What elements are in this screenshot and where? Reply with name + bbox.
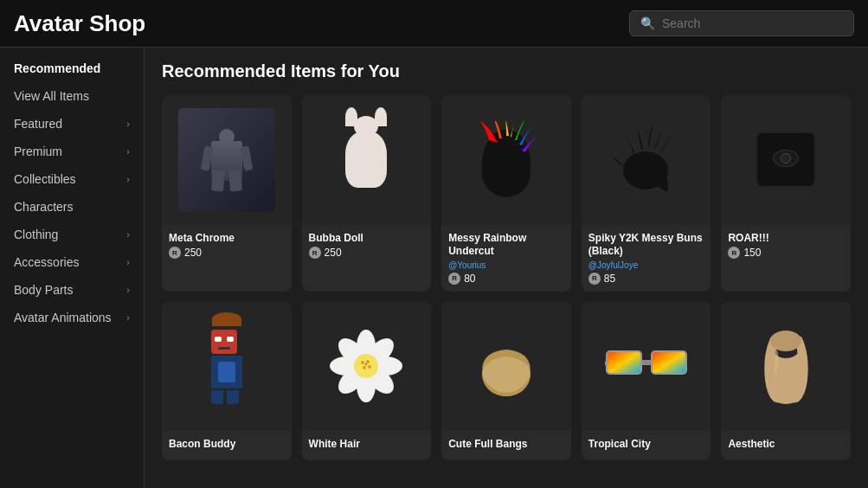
sidebar-item-label: Collectibles bbox=[14, 172, 76, 186]
price-value: 150 bbox=[743, 247, 761, 259]
sidebar-item-label: Avatar Animations bbox=[14, 311, 112, 324]
item-card-meta-chrome[interactable]: Meta Chrome R 250 bbox=[162, 95, 292, 292]
sidebar-item-label: Body Parts bbox=[14, 283, 73, 297]
item-creator: @JoyfulJoye bbox=[588, 260, 704, 270]
sidebar-item-label: View All Items bbox=[14, 89, 89, 103]
chevron-icon: › bbox=[126, 285, 130, 295]
items-grid-row1: Meta Chrome R 250 bbox=[162, 95, 851, 292]
sidebar-item-avatar-animations[interactable]: Avatar Animations › bbox=[0, 304, 144, 331]
item-name: Meta Chrome bbox=[169, 232, 285, 246]
item-card-spiky-y2k[interactable]: Spiky Y2K Messy Buns (Black) @JoyfulJoye… bbox=[582, 95, 711, 292]
sidebar-item-premium[interactable]: Premium › bbox=[0, 138, 144, 165]
item-info: Tropical City bbox=[582, 431, 711, 460]
item-name: Bacon Buddy bbox=[169, 438, 285, 452]
sidebar-item-label: Premium bbox=[14, 144, 62, 158]
app-header: Avatar Shop 🔍 bbox=[0, 0, 868, 48]
item-info: Cute Full Bangs bbox=[441, 431, 571, 460]
sidebar-item-characters[interactable]: Characters bbox=[0, 193, 144, 221]
svg-point-13 bbox=[363, 366, 366, 369]
item-info: Aesthetic bbox=[721, 431, 851, 460]
svg-rect-19 bbox=[641, 360, 652, 365]
item-name: Cute Full Bangs bbox=[448, 438, 564, 452]
robux-icon: R bbox=[588, 273, 601, 285]
svg-point-15 bbox=[364, 363, 367, 366]
sidebar-item-recommended[interactable]: Recommended bbox=[0, 55, 144, 82]
section-title: Recommended Items for You bbox=[162, 61, 851, 81]
item-name: Tropical City bbox=[588, 438, 704, 452]
svg-point-14 bbox=[368, 365, 371, 369]
item-thumbnail bbox=[441, 95, 571, 225]
page-title: Avatar Shop bbox=[14, 10, 145, 37]
search-input[interactable] bbox=[662, 16, 843, 30]
sidebar-item-accessories[interactable]: Accessories › bbox=[0, 248, 144, 276]
item-price: R 150 bbox=[728, 247, 844, 259]
price-value: 80 bbox=[464, 273, 475, 285]
search-bar[interactable]: 🔍 bbox=[629, 10, 854, 36]
item-card-white-hair[interactable]: White Hair bbox=[302, 302, 432, 460]
items-grid-row2: Bacon Buddy bbox=[162, 302, 851, 460]
sidebar-item-label: Featured bbox=[14, 117, 62, 131]
svg-point-24 bbox=[770, 331, 801, 351]
sidebar-item-clothing[interactable]: Clothing › bbox=[0, 221, 144, 248]
item-card-aesthetic[interactable]: Aesthetic bbox=[721, 302, 851, 460]
sidebar-item-body-parts[interactable]: Body Parts › bbox=[0, 276, 144, 304]
rainbow-hair-svg bbox=[463, 121, 550, 199]
sidebar-item-label: Clothing bbox=[14, 228, 58, 241]
item-name: Bubba Doll bbox=[309, 232, 425, 246]
flower-svg bbox=[330, 330, 403, 403]
robux-icon: R bbox=[309, 247, 321, 259]
item-thumbnail bbox=[162, 95, 292, 225]
item-price: R 250 bbox=[169, 247, 285, 259]
item-card-tropical-city[interactable]: Tropical City bbox=[582, 302, 711, 460]
item-card-bacon-buddy[interactable]: Bacon Buddy bbox=[162, 302, 292, 460]
item-card-cute-full-bangs[interactable]: Cute Full Bangs bbox=[441, 302, 571, 460]
sidebar-item-collectibles[interactable]: Collectibles › bbox=[0, 165, 144, 193]
robux-icon: R bbox=[169, 247, 181, 259]
chevron-icon: › bbox=[126, 312, 130, 323]
svg-point-11 bbox=[361, 361, 364, 364]
glasses-svg bbox=[605, 343, 687, 390]
item-card-roar[interactable]: ROAR!!! R 150 bbox=[721, 95, 851, 292]
main-layout: Recommended View All Items Featured › Pr… bbox=[0, 48, 868, 488]
chevron-icon: › bbox=[126, 174, 130, 184]
search-icon: 🔍 bbox=[640, 16, 655, 30]
item-info: Meta Chrome R 250 bbox=[162, 225, 292, 266]
item-info: Bubba Doll R 250 bbox=[302, 225, 432, 266]
item-name: Messy Rainbow Undercut bbox=[448, 232, 564, 259]
bangs-svg bbox=[472, 332, 541, 401]
chevron-icon: › bbox=[126, 119, 130, 129]
item-info: White Hair bbox=[302, 431, 432, 460]
item-name: ROAR!!! bbox=[728, 232, 844, 246]
item-thumbnail bbox=[441, 302, 571, 432]
content-area: Recommended Items for You bbox=[145, 48, 868, 488]
item-info: ROAR!!! R 150 bbox=[721, 225, 851, 266]
item-price: R 250 bbox=[309, 247, 425, 259]
sidebar-item-label: Accessories bbox=[14, 255, 79, 269]
robux-icon: R bbox=[448, 273, 460, 285]
item-info: Messy Rainbow Undercut @Yourius R 80 bbox=[441, 225, 571, 292]
item-creator: @Yourius bbox=[448, 260, 564, 270]
item-thumbnail bbox=[302, 302, 432, 432]
sidebar: Recommended View All Items Featured › Pr… bbox=[0, 48, 145, 488]
item-info: Bacon Buddy bbox=[162, 431, 292, 460]
sidebar-item-label: Recommended bbox=[14, 61, 100, 75]
svg-rect-17 bbox=[607, 351, 641, 374]
price-value: 250 bbox=[325, 247, 342, 259]
item-name: White Hair bbox=[309, 438, 425, 452]
item-card-messy-rainbow[interactable]: Messy Rainbow Undercut @Yourius R 80 bbox=[441, 95, 571, 292]
chevron-icon: › bbox=[126, 229, 130, 240]
chevron-icon: › bbox=[126, 257, 130, 267]
item-thumbnail bbox=[582, 95, 711, 225]
item-thumbnail bbox=[721, 302, 851, 432]
item-thumbnail bbox=[162, 302, 292, 432]
sidebar-item-featured[interactable]: Featured › bbox=[0, 110, 144, 138]
chevron-icon: › bbox=[126, 146, 130, 157]
sidebar-item-view-all[interactable]: View All Items bbox=[0, 82, 144, 110]
spiky-buns-svg bbox=[605, 123, 687, 196]
item-card-bubba-doll[interactable]: Bubba Doll R 250 bbox=[302, 95, 432, 292]
aesthetic-hair-svg bbox=[758, 328, 814, 406]
item-thumbnail bbox=[721, 95, 851, 225]
svg-rect-18 bbox=[652, 351, 686, 374]
robux-icon: R bbox=[728, 247, 740, 259]
sidebar-item-label: Characters bbox=[14, 200, 73, 214]
